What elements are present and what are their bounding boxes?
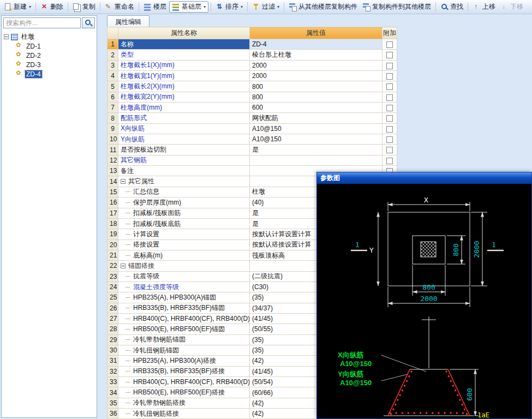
row-number[interactable]: 16 [107, 197, 118, 208]
attach-checkbox[interactable] [386, 136, 393, 143]
property-value-cell[interactable]: 800 [250, 81, 382, 92]
find-button[interactable]: 查找 [438, 1, 465, 13]
row-number[interactable]: 2 [107, 50, 118, 60]
row-number[interactable]: 27 [107, 313, 118, 324]
property-name-cell[interactable]: 柱墩高度(mm) [118, 103, 250, 113]
row-number[interactable]: 34 [107, 387, 118, 398]
collapse-icon[interactable] [121, 264, 125, 268]
row-number[interactable]: 20 [107, 240, 118, 250]
property-value-cell[interactable]: 是 [250, 145, 382, 155]
property-value-cell[interactable]: ZD-4 [250, 39, 382, 50]
property-name-cell[interactable]: 冷轧扭钢筋搭接 [118, 409, 250, 419]
property-name-cell[interactable]: 是否按板边切割 [118, 145, 250, 155]
attach-checkbox[interactable] [386, 105, 393, 111]
property-value-cell[interactable]: 棱台形上柱墩 [250, 50, 382, 60]
row-number[interactable]: 28 [107, 324, 118, 334]
row-number[interactable]: 22 [107, 261, 118, 271]
attach-checkbox[interactable] [386, 94, 393, 101]
property-name-cell[interactable]: 锚固搭接 [118, 261, 250, 271]
property-name-cell[interactable]: 其它属性 [118, 176, 250, 187]
row-number[interactable]: 7 [107, 103, 118, 113]
row-number[interactable]: 21 [107, 250, 118, 260]
property-value-cell[interactable] [250, 155, 382, 165]
new-button[interactable]: 新建▾ [2, 1, 33, 13]
property-value-cell[interactable]: 800 [250, 92, 382, 102]
copy-to-floor-button[interactable]: 复制构件到其他楼层 [360, 1, 433, 13]
tree-item-zd-4[interactable]: ZD-4 [3, 69, 95, 79]
attach-checkbox[interactable] [386, 63, 393, 69]
property-name-cell[interactable]: HRB335(B), HRBF335(BF)锚固 [118, 303, 250, 313]
property-name-cell[interactable]: 备注 [118, 166, 250, 176]
property-name-cell[interactable]: HRB400(C), HRBF400(CF), RRB400(D)搭 [118, 377, 250, 387]
row-number[interactable]: 26 [107, 303, 118, 313]
row-number[interactable]: 12 [107, 155, 118, 165]
rename-button[interactable]: 重命名 [103, 1, 136, 13]
collapse-icon[interactable] [4, 34, 9, 39]
search-button[interactable] [82, 17, 95, 28]
property-name-cell[interactable]: 汇总信息 [118, 187, 250, 197]
row-number[interactable]: 19 [107, 229, 118, 240]
copy-from-floor-button[interactable]: 从其他楼层复制构件 [286, 1, 360, 13]
attach-checkbox[interactable] [386, 83, 393, 90]
property-value-cell[interactable]: A10@150 [250, 123, 382, 134]
property-name-cell[interactable]: 冷轧扭钢筋锚固 [118, 345, 250, 355]
param-window-titlebar[interactable]: 参数图 [317, 172, 531, 184]
filter-button[interactable]: 过滤▾ [250, 1, 282, 13]
tab-property-edit[interactable]: 属性编辑 [107, 15, 150, 28]
sort-button[interactable]: 排序▾ [213, 1, 245, 13]
row-number[interactable]: 23 [107, 271, 118, 282]
property-name-cell[interactable]: HRB335(B), HRBF335(BF)搭接 [118, 366, 250, 376]
row-number[interactable]: 6 [107, 92, 118, 102]
copy-button[interactable]: 复制 [70, 1, 98, 13]
attach-checkbox[interactable] [386, 126, 393, 133]
row-number[interactable]: 5 [107, 81, 118, 92]
property-name-cell[interactable]: 柱墩截宽1(Y)(mm) [118, 71, 250, 81]
property-name-cell[interactable]: HRB500(E), HRBF500(EF)搭接 [118, 387, 250, 398]
property-name-cell[interactable]: 名称 [118, 39, 250, 50]
row-number[interactable]: 1 [107, 39, 118, 50]
floor-select[interactable]: 基础层▾ [169, 1, 208, 13]
row-number[interactable]: 32 [107, 366, 118, 376]
property-value-cell[interactable]: 600 [250, 103, 382, 113]
property-value-cell[interactable]: 2000 [250, 60, 382, 70]
row-number[interactable]: 4 [107, 71, 118, 81]
attach-checkbox[interactable] [386, 147, 393, 153]
property-name-cell[interactable]: 混凝土强度等级 [118, 282, 250, 292]
property-name-cell[interactable]: 扣减板/筏板面筋 [118, 208, 250, 218]
row-number[interactable]: 8 [107, 113, 118, 123]
row-number[interactable]: 24 [107, 282, 118, 292]
property-name-cell[interactable]: 冷轧带肋钢筋锚固 [118, 334, 250, 345]
property-name-cell[interactable]: 柱墩截宽2(Y)(mm) [118, 92, 250, 102]
property-name-cell[interactable]: 搭接设置 [118, 240, 250, 250]
row-number[interactable]: 33 [107, 377, 118, 387]
property-name-cell[interactable]: HRB500(E), HRBF500(EF)锚固 [118, 324, 250, 334]
search-input[interactable] [3, 17, 81, 28]
row-number[interactable]: 17 [107, 208, 118, 218]
attach-checkbox[interactable] [386, 115, 393, 122]
floor-button[interactable]: 楼层 [141, 1, 169, 13]
row-number[interactable]: 11 [107, 145, 118, 155]
property-name-cell[interactable]: 冷轧带肋钢筋搭接 [118, 398, 250, 408]
property-name-cell[interactable]: 底标高(m) [118, 250, 250, 260]
row-number[interactable]: 25 [107, 292, 118, 303]
property-name-cell[interactable]: 计算设置 [118, 229, 250, 240]
property-name-cell[interactable]: Y向纵筋 [118, 134, 250, 145]
row-number[interactable]: 31 [107, 356, 118, 366]
delete-button[interactable]: 删除 [38, 1, 65, 13]
property-value-cell[interactable]: 2000 [250, 71, 382, 81]
row-number[interactable]: 30 [107, 345, 118, 355]
row-number[interactable]: 29 [107, 334, 118, 345]
property-name-cell[interactable]: 类型 [118, 50, 250, 60]
row-number[interactable]: 18 [107, 218, 118, 229]
row-number[interactable]: 36 [107, 409, 118, 419]
tree-root-group[interactable]: 柱墩 [3, 32, 95, 41]
property-name-cell[interactable]: HPB235(A), HPB300(A)搭接 [118, 356, 250, 366]
row-number[interactable]: 10 [107, 134, 118, 145]
tree-item-zd-1[interactable]: ZD-1 [3, 41, 95, 51]
move-up-button[interactable]: 上移 [470, 1, 498, 13]
row-number[interactable]: 14 [107, 176, 118, 187]
attach-checkbox[interactable] [386, 52, 393, 58]
property-name-cell[interactable]: HRB400(C), HRBF400(CF), RRB400(D)锚 [118, 313, 250, 324]
property-name-cell[interactable]: 其它钢筋 [118, 155, 250, 165]
attach-checkbox[interactable] [386, 158, 393, 164]
